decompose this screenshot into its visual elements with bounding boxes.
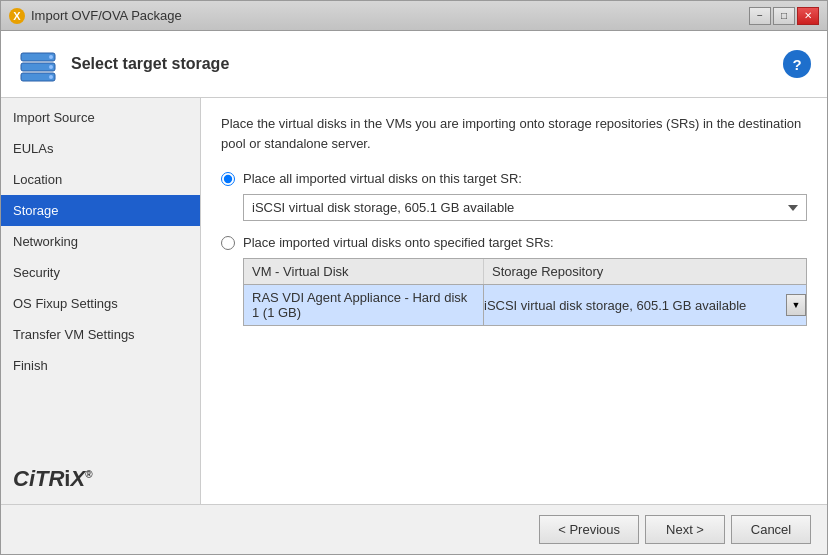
maximize-button[interactable]: □ xyxy=(773,7,795,25)
radio-all-label[interactable]: Place all imported virtual disks on this… xyxy=(243,171,522,186)
svg-point-3 xyxy=(49,55,53,59)
citrix-logo: CiTRiX® xyxy=(1,454,200,504)
sidebar-item-os-fixup[interactable]: OS Fixup Settings xyxy=(1,288,200,319)
table-row: RAS VDI Agent Appliance - Hard disk 1 (1… xyxy=(244,285,806,325)
radio-all-option: Place all imported virtual disks on this… xyxy=(221,171,807,186)
content-area: Place the virtual disks in the VMs you a… xyxy=(201,98,827,504)
title-bar: X Import OVF/OVA Package − □ ✕ xyxy=(1,1,827,31)
header-area: Select target storage ? xyxy=(1,31,827,98)
dropdown-row: iSCSI virtual disk storage, 605.1 GB ava… xyxy=(243,194,807,221)
close-button[interactable]: ✕ xyxy=(797,7,819,25)
sidebar-item-import-source[interactable]: Import Source xyxy=(1,102,200,133)
description-text: Place the virtual disks in the VMs you a… xyxy=(221,114,807,153)
svg-point-4 xyxy=(49,65,53,69)
col-storage-repo: Storage Repository xyxy=(484,259,806,284)
sidebar-item-storage[interactable]: Storage xyxy=(1,195,200,226)
title-bar-left: X Import OVF/OVA Package xyxy=(9,8,182,24)
title-bar-buttons: − □ ✕ xyxy=(749,7,819,25)
table-row-dropdown-button[interactable]: ▼ xyxy=(786,294,806,316)
radio-specified-input[interactable] xyxy=(221,236,235,250)
col-vm-disk: VM - Virtual Disk xyxy=(244,259,484,284)
svg-point-5 xyxy=(49,75,53,79)
table-cell-storage-right: iSCSI virtual disk storage, 605.1 GB ava… xyxy=(484,294,806,316)
help-button[interactable]: ? xyxy=(783,50,811,78)
next-button[interactable]: Next > xyxy=(645,515,725,544)
table-cell-storage-text: iSCSI virtual disk storage, 605.1 GB ava… xyxy=(484,298,782,313)
sidebar-item-security[interactable]: Security xyxy=(1,257,200,288)
previous-button[interactable]: < Previous xyxy=(539,515,639,544)
radio-specified-option: Place imported virtual disks onto specif… xyxy=(221,235,807,250)
table-header: VM - Virtual Disk Storage Repository xyxy=(244,259,806,285)
radio-all-input[interactable] xyxy=(221,172,235,186)
main-window: X Import OVF/OVA Package − □ ✕ Se xyxy=(0,0,828,555)
sidebar-item-finish[interactable]: Finish xyxy=(1,350,200,381)
sidebar-item-eulas[interactable]: EULAs xyxy=(1,133,200,164)
footer: < Previous Next > Cancel xyxy=(1,504,827,554)
sidebar: Import Source EULAs Location Storage Net… xyxy=(1,98,201,504)
radio-specified-label[interactable]: Place imported virtual disks onto specif… xyxy=(243,235,554,250)
storage-icon xyxy=(17,43,59,85)
window-content: Select target storage ? Import Source EU… xyxy=(1,31,827,554)
minimize-button[interactable]: − xyxy=(749,7,771,25)
storage-table: VM - Virtual Disk Storage Repository RAS… xyxy=(243,258,807,326)
table-cell-vm-disk: RAS VDI Agent Appliance - Hard disk 1 (1… xyxy=(244,285,484,325)
sidebar-item-location[interactable]: Location xyxy=(1,164,200,195)
sidebar-item-transfer-vm[interactable]: Transfer VM Settings xyxy=(1,319,200,350)
window-title: Import OVF/OVA Package xyxy=(31,8,182,23)
storage-dropdown[interactable]: iSCSI virtual disk storage, 605.1 GB ava… xyxy=(243,194,807,221)
cancel-button[interactable]: Cancel xyxy=(731,515,811,544)
page-title: Select target storage xyxy=(71,55,771,73)
window-icon: X xyxy=(9,8,25,24)
sidebar-item-networking[interactable]: Networking xyxy=(1,226,200,257)
main-area: Import Source EULAs Location Storage Net… xyxy=(1,98,827,504)
